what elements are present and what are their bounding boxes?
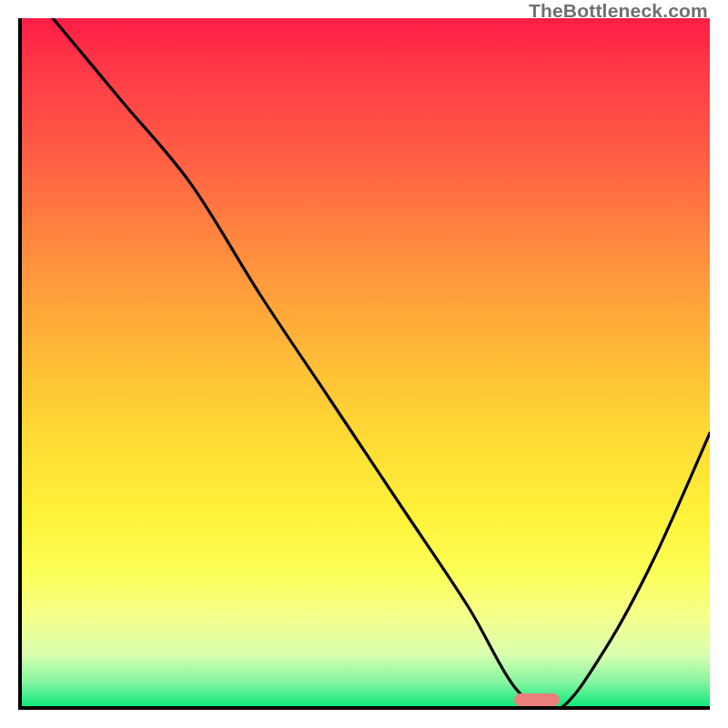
- chart-frame: [18, 18, 710, 710]
- optimal-marker: [514, 693, 560, 706]
- bottleneck-curve: [18, 18, 710, 710]
- plot-area: [18, 18, 710, 710]
